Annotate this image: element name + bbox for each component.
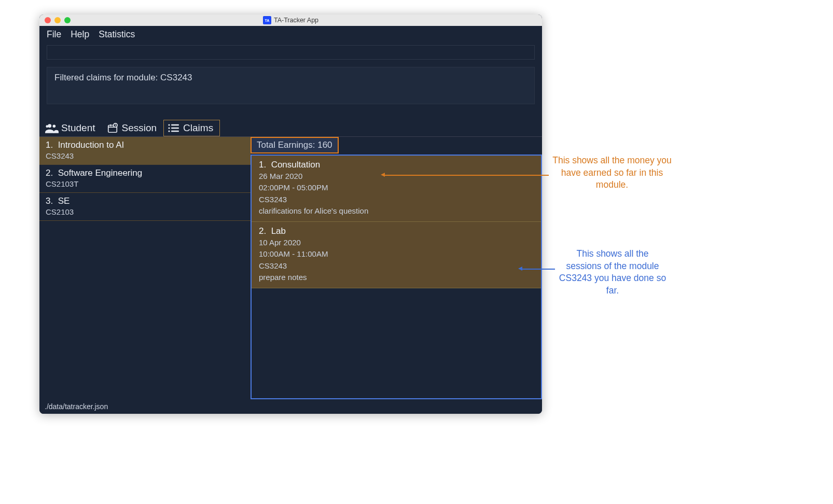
tab-claims-label: Claims	[183, 122, 213, 134]
content-area: 1. Introduction to AI CS3243 2. Software…	[39, 136, 542, 399]
svg-rect-6	[171, 124, 179, 125]
sessions-panel: Total Earnings: 160 1. Consultation 26 M…	[251, 137, 542, 399]
annotation-earnings: This shows all the money you have earned…	[547, 155, 677, 191]
list-icon	[167, 122, 181, 134]
session-date: 10 Apr 2020	[259, 237, 534, 248]
session-date: 26 Mar 2020	[259, 171, 534, 181]
tab-student[interactable]: Student	[41, 120, 102, 136]
sessions-list: 1. Consultation 26 Mar 2020 02:00PM - 05…	[251, 155, 542, 399]
tab-session-label: Session	[122, 122, 157, 134]
module-row[interactable]: 3. SE CS2103	[39, 193, 251, 221]
annotation-earnings-arrow-icon	[381, 173, 385, 177]
minimize-button[interactable]	[54, 17, 61, 23]
maximize-button[interactable]	[64, 17, 71, 23]
annotation-sessions-arrow-icon	[518, 267, 522, 271]
module-name: Software Engineering	[58, 168, 143, 178]
menu-statistics[interactable]: Statistics	[99, 29, 135, 40]
session-note: clarifications for Alice's question	[259, 206, 534, 216]
tab-session[interactable]: Session	[102, 120, 164, 136]
module-code: CS3243	[46, 151, 244, 160]
session-time: 10:00AM - 11:00AM	[259, 249, 534, 259]
svg-rect-8	[171, 128, 179, 129]
annotation-sessions: This shows all the sessions of the modul…	[558, 248, 667, 297]
tab-student-label: Student	[61, 122, 95, 134]
window-title: TA-Tracker App	[274, 17, 318, 24]
session-module: CS3243	[259, 261, 534, 271]
statusbar: ./data/tatracker.json	[39, 399, 542, 414]
app-window: TA TA-Tracker App File Help Statistics F…	[39, 15, 542, 414]
session-index: 1.	[259, 160, 266, 170]
tab-claims[interactable]: Claims	[163, 120, 220, 136]
module-code: CS2103	[46, 207, 244, 216]
svg-rect-10	[171, 131, 179, 132]
titlebar: TA TA-Tracker App	[39, 15, 542, 26]
session-row[interactable]: 2. Lab 10 Apr 2020 10:00AM - 11:00AM CS3…	[252, 222, 541, 288]
window-title-wrap: TA TA-Tracker App	[44, 16, 538, 24]
svg-point-0	[48, 124, 51, 128]
session-time: 02:00PM - 05:00PM	[259, 183, 534, 193]
annotation-earnings-line	[384, 175, 549, 176]
session-type: Lab	[271, 226, 286, 236]
module-code: CS2103T	[46, 179, 244, 188]
module-row[interactable]: 1. Introduction to AI CS3243	[39, 137, 251, 165]
session-module: CS3243	[259, 194, 534, 205]
close-button[interactable]	[45, 17, 51, 23]
session-type: Consultation	[271, 160, 321, 170]
svg-point-9	[169, 130, 170, 132]
window-controls	[45, 17, 71, 23]
annotation-sessions-line	[521, 269, 555, 270]
module-name: Introduction to AI	[58, 140, 124, 150]
svg-point-5	[169, 124, 170, 125]
svg-point-1	[53, 124, 56, 128]
app-icon: TA	[263, 16, 271, 24]
earnings-label: Total Earnings:	[257, 140, 315, 150]
session-note: prepare notes	[259, 272, 534, 283]
menu-file[interactable]: File	[47, 29, 61, 40]
menu-help[interactable]: Help	[71, 29, 89, 40]
tabbar: Student Session Claims	[39, 120, 542, 136]
modules-panel: 1. Introduction to AI CS3243 2. Software…	[39, 137, 251, 399]
module-name: SE	[58, 196, 70, 206]
session-index: 2.	[259, 226, 266, 236]
earnings-value: 160	[317, 140, 332, 150]
calendar-icon	[106, 122, 119, 134]
total-earnings: Total Earnings: 160	[251, 137, 339, 153]
module-index: 2.	[46, 168, 53, 178]
module-index: 1.	[46, 140, 53, 150]
session-row[interactable]: 1. Consultation 26 Mar 2020 02:00PM - 05…	[252, 156, 541, 222]
svg-point-2	[46, 125, 48, 128]
module-index: 3.	[46, 196, 53, 206]
svg-point-7	[169, 127, 170, 129]
command-input[interactable]	[47, 45, 535, 60]
people-icon	[45, 122, 59, 134]
result-display: Filtered claims for module: CS3243	[47, 67, 535, 104]
menubar: File Help Statistics	[39, 26, 542, 44]
module-row[interactable]: 2. Software Engineering CS2103T	[39, 165, 251, 193]
